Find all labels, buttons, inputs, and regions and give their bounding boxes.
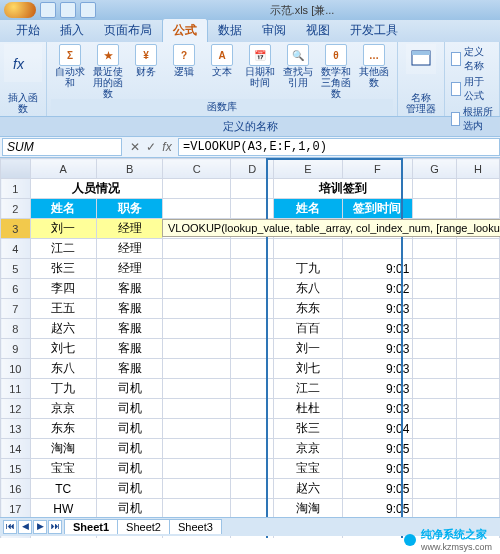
cell-H11[interactable]	[456, 379, 499, 399]
sheet-nav-last-icon[interactable]: ⏭	[48, 520, 62, 534]
cell-H12[interactable]	[456, 399, 499, 419]
qat-redo-icon[interactable]	[80, 2, 96, 18]
cell-C5[interactable]	[163, 259, 231, 279]
cell-C14[interactable]	[163, 439, 231, 459]
cell-F15[interactable]: 9:05	[342, 459, 413, 479]
row-header-14[interactable]: 14	[1, 439, 31, 459]
cell-G7[interactable]	[413, 299, 456, 319]
cell-C12[interactable]	[163, 399, 231, 419]
cell-B8[interactable]: 客服	[96, 319, 162, 339]
cell-H2[interactable]	[456, 199, 499, 219]
cell-F12[interactable]: 9:03	[342, 399, 413, 419]
cell-A1[interactable]: 人员情况	[30, 179, 163, 199]
col-header-B[interactable]: B	[96, 159, 162, 179]
row-header-13[interactable]: 13	[1, 419, 31, 439]
cell-E16[interactable]: 赵六	[274, 479, 342, 499]
cell-D12[interactable]	[231, 399, 274, 419]
formula-bar[interactable]: =VLOOKUP(A3,E:F,1,0)	[178, 138, 500, 156]
cell-B2[interactable]: 职务	[96, 199, 162, 219]
cell-C11[interactable]	[163, 379, 231, 399]
lib-item-6[interactable]: 🔍查找与引用	[279, 44, 317, 99]
cell-G13[interactable]	[413, 419, 456, 439]
cell-A10[interactable]: 东八	[30, 359, 96, 379]
sheet-nav-prev-icon[interactable]: ◀	[18, 520, 32, 534]
cell-H8[interactable]	[456, 319, 499, 339]
define-name-button[interactable]: 定义名称	[449, 44, 495, 74]
sheet-tab-Sheet1[interactable]: Sheet1	[64, 519, 118, 534]
cell-D16[interactable]	[231, 479, 274, 499]
cell-B12[interactable]: 司机	[96, 399, 162, 419]
col-header-G[interactable]: G	[413, 159, 456, 179]
cell-B4[interactable]: 经理	[96, 239, 162, 259]
cell-F10[interactable]: 9:03	[342, 359, 413, 379]
use-in-formula-button[interactable]: 用于公式	[449, 74, 495, 104]
ribbon-tab-1[interactable]: 插入	[50, 19, 94, 42]
ribbon-tab-3[interactable]: 公式	[162, 18, 208, 42]
cell-H6[interactable]	[456, 279, 499, 299]
cancel-formula-icon[interactable]: ✕	[128, 140, 142, 154]
cell-A8[interactable]: 赵六	[30, 319, 96, 339]
cell-F14[interactable]: 9:05	[342, 439, 413, 459]
cell-E4[interactable]	[274, 239, 342, 259]
select-all-corner[interactable]	[1, 159, 31, 179]
fx-icon[interactable]: fx	[160, 140, 174, 154]
cell-D1[interactable]	[231, 179, 274, 199]
ribbon-tab-0[interactable]: 开始	[6, 19, 50, 42]
cell-C9[interactable]	[163, 339, 231, 359]
cell-G10[interactable]	[413, 359, 456, 379]
cell-E7[interactable]: 东东	[274, 299, 342, 319]
cell-F16[interactable]: 9:05	[342, 479, 413, 499]
cell-E5[interactable]: 丁九	[274, 259, 342, 279]
cell-A4[interactable]: 江二	[30, 239, 96, 259]
cell-D14[interactable]	[231, 439, 274, 459]
cell-H10[interactable]	[456, 359, 499, 379]
cell-B15[interactable]: 司机	[96, 459, 162, 479]
cell-B13[interactable]: 司机	[96, 419, 162, 439]
cell-C1[interactable]	[163, 179, 231, 199]
cell-E2[interactable]: 姓名	[274, 199, 342, 219]
cell-B5[interactable]: 经理	[96, 259, 162, 279]
cell-C17[interactable]	[163, 499, 231, 519]
row-header-1[interactable]: 1	[1, 179, 31, 199]
cell-B6[interactable]: 客服	[96, 279, 162, 299]
cell-C6[interactable]	[163, 279, 231, 299]
cell-E12[interactable]: 杜杜	[274, 399, 342, 419]
row-header-3[interactable]: 3	[1, 219, 31, 239]
cell-C13[interactable]	[163, 419, 231, 439]
cell-E15[interactable]: 宝宝	[274, 459, 342, 479]
cell-E13[interactable]: 张三	[274, 419, 342, 439]
office-button[interactable]	[4, 2, 36, 18]
cell-G8[interactable]	[413, 319, 456, 339]
cell-F2[interactable]: 签到时间	[342, 199, 413, 219]
cell-C8[interactable]	[163, 319, 231, 339]
row-header-16[interactable]: 16	[1, 479, 31, 499]
cell-B14[interactable]: 司机	[96, 439, 162, 459]
row-header-9[interactable]: 9	[1, 339, 31, 359]
col-header-H[interactable]: H	[456, 159, 499, 179]
cell-H9[interactable]	[456, 339, 499, 359]
lib-item-3[interactable]: ?逻辑	[165, 44, 203, 99]
cell-G5[interactable]	[413, 259, 456, 279]
cell-G1[interactable]	[413, 179, 456, 199]
col-header-F[interactable]: F	[342, 159, 413, 179]
cell-C10[interactable]	[163, 359, 231, 379]
cell-B10[interactable]: 客服	[96, 359, 162, 379]
lib-item-2[interactable]: ¥财务	[127, 44, 165, 99]
name-box[interactable]: SUM	[2, 138, 122, 156]
row-header-10[interactable]: 10	[1, 359, 31, 379]
name-manager-button[interactable]	[406, 44, 436, 74]
cell-A14[interactable]: 淘淘	[30, 439, 96, 459]
cell-E11[interactable]: 江二	[274, 379, 342, 399]
insert-function-button[interactable]: fx	[4, 44, 42, 82]
cell-F13[interactable]: 9:04	[342, 419, 413, 439]
sheet-tab-Sheet3[interactable]: Sheet3	[169, 519, 222, 534]
cell-H7[interactable]	[456, 299, 499, 319]
cell-D13[interactable]	[231, 419, 274, 439]
col-header-E[interactable]: E	[274, 159, 342, 179]
cell-G12[interactable]	[413, 399, 456, 419]
cell-H14[interactable]	[456, 439, 499, 459]
row-header-8[interactable]: 8	[1, 319, 31, 339]
cell-H16[interactable]	[456, 479, 499, 499]
sheet-nav-first-icon[interactable]: ⏮	[3, 520, 17, 534]
cell-G16[interactable]	[413, 479, 456, 499]
